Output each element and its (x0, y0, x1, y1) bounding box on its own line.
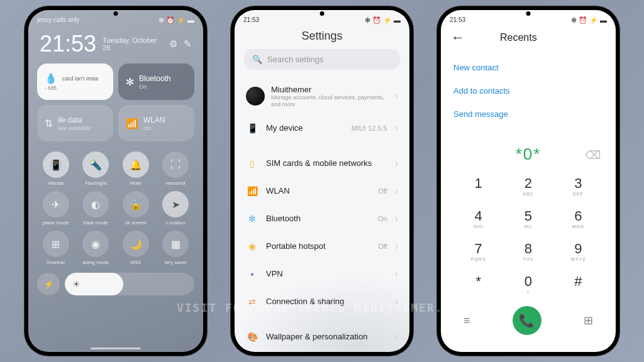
setting-icon: ◉ (246, 240, 258, 253)
toggle-reenshot[interactable]: ⛶reenshot (157, 151, 195, 186)
status-time: 21:53 (450, 16, 465, 25)
setting-row-vpn[interactable]: ▪VPN› (240, 260, 404, 288)
setting-row-always-on-display-lock-screen[interactable]: 🔒Always-on display & Lock screen› (240, 351, 404, 352)
toggle-icon: ◐ (82, 191, 109, 217)
edit-icon[interactable]: ✎ (184, 38, 192, 50)
setting-icon: ✻ (246, 212, 258, 225)
phone-dialer: 21:53 ✻ ⏰ ⚡ ▬ ← Recents New contactAdd t… (437, 6, 619, 356)
toggle-Vibrate[interactable]: 📳Vibrate (37, 151, 75, 186)
search-icon: 🔍 (252, 55, 262, 64)
toggle-ck-screen[interactable]: 🔒ck screen (117, 191, 155, 226)
tile-wlan[interactable]: 📶WLANOn (118, 105, 194, 141)
setting-icon: ▪ (246, 268, 258, 280)
toggle-icon: ➤ (162, 191, 189, 217)
page-title: Settings (235, 27, 409, 49)
link-add-to-contacts[interactable]: Add to contacts (453, 79, 603, 102)
status-icons: ✻ ⏰ ⚡ ▬ (365, 16, 401, 25)
setting-row-wallpaper-personalization[interactable]: 🎨Wallpaper & personalization› (240, 323, 404, 351)
key-6[interactable]: 6MNO (553, 204, 603, 233)
chevron-icon: › (395, 331, 398, 343)
account-sub: Manage accounts, cloud services, payment… (271, 94, 389, 108)
setting-row-sim-cards-mobile-networks[interactable]: ▯SIM cards & mobile networks› (240, 150, 404, 177)
tile-mobile-data[interactable]: ⇅ile dataNot available (37, 105, 113, 141)
chevron-icon: › (395, 241, 398, 252)
key-7[interactable]: 7PQRS (453, 237, 503, 266)
settings-icon[interactable]: ⚙ (169, 38, 177, 50)
key-3[interactable]: 3DEF (553, 172, 603, 200)
account-name: Miuithemer (271, 85, 389, 94)
wifi-icon: 📶 (126, 118, 138, 129)
grid-button[interactable]: ⊞ (584, 314, 593, 327)
key-8[interactable]: 8TUV (503, 237, 553, 266)
status-icons: ✻ ⏰ ⚡ ▬ (571, 16, 607, 25)
chevron-icon: › (395, 123, 398, 134)
clock: 21:53 (40, 31, 96, 57)
brightness-icon: ☀ (72, 279, 80, 289)
chevron-icon: › (395, 296, 398, 307)
toggle-icon: ⛶ (162, 151, 189, 178)
menu-button[interactable]: ≡ (464, 314, 470, 327)
setting-icon: 📱 (246, 122, 258, 134)
chevron-icon: › (395, 268, 398, 280)
water-icon: 💧 (45, 72, 57, 84)
toggle-icon: ✈ (43, 191, 69, 217)
key-2[interactable]: 2ABC (503, 172, 553, 200)
call-button[interactable]: 📞 (513, 306, 541, 335)
link-new-contact[interactable]: New contact (453, 56, 603, 79)
chevron-icon: › (395, 158, 398, 169)
toggle-icon: 🔦 (82, 151, 109, 178)
phone-settings: 21:53 ✻ ⏰ ⚡ ▬ Settings 🔍 Search settings… (231, 6, 413, 356)
account-row[interactable]: Miuithemer Manage accounts, cloud servic… (240, 79, 404, 114)
toggle-icon: 📳 (43, 151, 69, 178)
toggle-ading-mode[interactable]: ◉ading mode (77, 231, 115, 265)
chevron-icon: › (395, 185, 398, 197)
page-title: Recents (500, 32, 537, 43)
setting-row-my-device[interactable]: 📱My deviceMIUI 12.5.5› (240, 114, 404, 142)
bluetooth-icon: ✻ (126, 76, 134, 88)
setting-row-wlan[interactable]: 📶WLANOff› (240, 177, 404, 205)
status-left: jency calls only (37, 16, 79, 25)
phone-control-center: jency calls only ✻ ⏰ ⚡ ▬ 21:53 Tuesday, … (25, 6, 207, 356)
signal-icon: ⇅ (45, 118, 53, 129)
back-button[interactable]: ← (451, 30, 465, 46)
avatar (246, 87, 265, 106)
key-0[interactable]: 0+ (503, 270, 553, 299)
setting-icon: 🎨 (246, 331, 258, 343)
toggle-icon: 🔒 (123, 191, 149, 217)
brightness-slider[interactable]: ☀ (65, 273, 194, 295)
key-4[interactable]: 4GHI (453, 204, 503, 233)
toggle-icon: ▦ (162, 231, 189, 257)
toggle-plane-mode[interactable]: ✈plane mode (37, 191, 75, 226)
toggle-icon: ◉ (82, 231, 109, 257)
setting-icon: 📶 (246, 185, 258, 197)
key-#[interactable]: # (553, 270, 603, 299)
search-input[interactable]: 🔍 Search settings (243, 49, 401, 70)
tile-bluetooth[interactable]: ✻BluetoothOn (118, 63, 194, 100)
toggle-Mute[interactable]: 🔔Mute (117, 151, 155, 186)
date: Tuesday, October 26 (103, 36, 163, 52)
toggle-Dark-mode[interactable]: ◐Dark mode (77, 191, 115, 226)
status-icons: ✻ ⏰ ⚡ ▬ (158, 16, 194, 25)
key-9[interactable]: 9WXYZ (553, 237, 603, 266)
chevron-icon: › (395, 213, 398, 224)
setting-row-bluetooth[interactable]: ✻BluetoothOn› (240, 205, 404, 233)
tile-data-usage[interactable]: 💧card isn't insta - MB (37, 63, 113, 100)
link-send-message[interactable]: Send message (453, 102, 603, 126)
backspace-button[interactable]: ⌫ (585, 148, 601, 162)
key-*[interactable]: * (453, 270, 503, 299)
toggle-icon: ⊞ (43, 231, 69, 257)
toggle-Scanner[interactable]: ⊞Scanner (37, 231, 75, 265)
key-1[interactable]: 1 (453, 172, 503, 200)
setting-row-connection-sharing[interactable]: ⇄Connection & sharing› (240, 288, 404, 315)
toggle-Flashlight[interactable]: 🔦Flashlight (77, 151, 115, 186)
chevron-icon: › (395, 90, 398, 102)
toggle-icon: 🔔 (123, 151, 149, 178)
toggle-DND[interactable]: 🌙DND (117, 231, 155, 265)
setting-icon: ▯ (246, 157, 258, 170)
toggle-tery-saver[interactable]: ▦tery saver (157, 231, 195, 265)
phone-icon: 📞 (519, 313, 535, 328)
setting-row-portable-hotspot[interactable]: ◉Portable hotspotOff› (240, 233, 404, 260)
auto-brightness-toggle[interactable]: ⚡ (37, 273, 60, 295)
key-5[interactable]: 5JKL (503, 204, 553, 233)
toggle-Location[interactable]: ➤Location (157, 191, 195, 226)
